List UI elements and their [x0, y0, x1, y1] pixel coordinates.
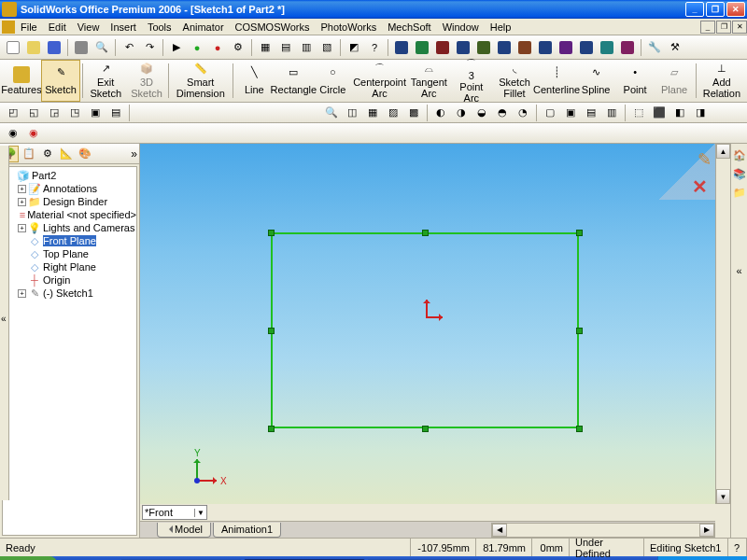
handle-mr[interactable]	[576, 328, 583, 334]
et-2[interactable]: ◉	[24, 124, 43, 143]
addin-10[interactable]	[577, 38, 596, 57]
vt-20[interactable]: ▥	[602, 104, 621, 122]
addin-3[interactable]	[433, 38, 452, 57]
mdi-restore[interactable]: ❐	[716, 21, 731, 34]
vt-6[interactable]: ▤	[106, 104, 125, 122]
handle-tr[interactable]	[576, 230, 583, 236]
vt-18[interactable]: ▣	[561, 104, 580, 122]
vt-15[interactable]: ◓	[493, 104, 512, 122]
3point-arc-button[interactable]: ⌒3 Point Arc	[451, 60, 492, 102]
undo-button[interactable]: ↶	[120, 38, 138, 57]
addin-12[interactable]	[618, 38, 637, 57]
start-button[interactable]: 🪟 Start	[0, 556, 57, 560]
menu-insert[interactable]: Insert	[105, 20, 142, 35]
et-1[interactable]: ◉	[4, 124, 22, 143]
vt-1[interactable]: ◰	[4, 104, 22, 122]
tree-origin[interactable]: ┼Origin	[3, 273, 136, 287]
expand-panel-button[interactable]: »	[131, 147, 137, 161]
addin-6[interactable]	[495, 38, 514, 57]
select-button[interactable]: ▶	[167, 38, 186, 57]
tb-tool-1[interactable]: ▦	[256, 38, 275, 57]
addin-7[interactable]	[515, 38, 534, 57]
save-button[interactable]	[45, 38, 63, 57]
config-tab[interactable]: ⚙	[39, 146, 56, 162]
minimize-button[interactable]: _	[685, 2, 704, 17]
sketch-rectangle[interactable]	[271, 232, 579, 428]
tree-material[interactable]: ≡Material <not specified>	[3, 208, 136, 221]
vt-8[interactable]: ◫	[343, 104, 361, 122]
menu-file[interactable]: File	[15, 20, 43, 35]
left-collapse-bar[interactable]: «	[0, 146, 9, 500]
status-help-icon[interactable]: ?	[728, 539, 747, 556]
add-relation-button[interactable]: ⊥Add Relation	[698, 60, 745, 102]
addin-14[interactable]: ⚒	[666, 38, 684, 57]
addin-4[interactable]	[454, 38, 472, 57]
mdi-minimize[interactable]: _	[700, 21, 715, 34]
handle-tm[interactable]	[422, 230, 429, 236]
vt-14[interactable]: ◒	[472, 104, 491, 122]
centerpoint-arc-button[interactable]: ⌒Centerpoint Arc	[352, 60, 406, 102]
menu-help[interactable]: Help	[485, 20, 517, 35]
cancel-sketch-icon[interactable]: ✕	[692, 175, 708, 198]
centerline-button[interactable]: ┊Centerline	[537, 60, 576, 102]
print-preview-button[interactable]: 🔍	[92, 38, 111, 57]
handle-br[interactable]	[576, 426, 583, 432]
vt-12[interactable]: ◐	[431, 104, 450, 122]
taskpane-resources[interactable]: 🏠	[732, 147, 747, 162]
horizontal-scrollbar[interactable]: ◀ ▶	[491, 523, 715, 538]
menu-mechsoft[interactable]: MechSoft	[382, 20, 436, 35]
vt-23[interactable]: ◧	[670, 104, 689, 122]
spline-button[interactable]: ∿Spline	[576, 60, 615, 102]
menu-window[interactable]: Window	[437, 20, 485, 35]
close-button[interactable]: ✕	[726, 2, 745, 17]
addin-13[interactable]: 🔧	[645, 38, 664, 57]
menu-edit[interactable]: Edit	[43, 20, 72, 35]
tree-top-plane[interactable]: ◇Top Plane	[3, 247, 136, 260]
menu-animator[interactable]: Animator	[177, 20, 230, 35]
vt-19[interactable]: ▤	[582, 104, 600, 122]
sketch-fillet-button[interactable]: ◟Sketch Fillet	[492, 60, 537, 102]
vt-24[interactable]: ◨	[691, 104, 710, 122]
graphics-area[interactable]: ✎ ✕ Y X	[140, 144, 715, 504]
tb-tool-5[interactable]: ◩	[345, 38, 363, 57]
addin-2[interactable]	[413, 38, 431, 57]
addin-5[interactable]	[474, 38, 493, 57]
tree-root[interactable]: 🧊Part2	[3, 169, 136, 182]
addin-1[interactable]	[392, 38, 411, 57]
plane-button[interactable]: ▱Plane	[655, 60, 694, 102]
vt-13[interactable]: ◑	[452, 104, 471, 122]
print-button[interactable]	[72, 38, 91, 57]
menu-cosmosworks[interactable]: COSMOSWorks	[230, 20, 316, 35]
redo-button[interactable]: ↷	[140, 38, 159, 57]
open-button[interactable]	[24, 38, 43, 57]
vt-10[interactable]: ▨	[384, 104, 402, 122]
3d-sketch-button[interactable]: 📦3D Sketch	[127, 60, 166, 102]
vertical-scrollbar[interactable]: ▲ ▼	[715, 144, 730, 504]
vt-11[interactable]: ▩	[404, 104, 423, 122]
vt-17[interactable]: ▢	[541, 104, 559, 122]
rebuild-all-button[interactable]: ●	[208, 38, 227, 57]
feature-tree[interactable]: 🧊Part2 +📝Annotations +📁Design Binder ≡Ma…	[2, 166, 137, 536]
vt-4[interactable]: ◳	[65, 104, 84, 122]
handle-tl[interactable]	[268, 230, 275, 236]
maximize-button[interactable]: ❐	[706, 2, 725, 17]
scroll-down-button[interactable]: ▼	[716, 489, 730, 504]
tree-design-binder[interactable]: +📁Design Binder	[3, 195, 136, 208]
scroll-up-button[interactable]: ▲	[716, 144, 730, 159]
taskpane-design-lib[interactable]: 📚	[732, 166, 747, 181]
scroll-right-button[interactable]: ▶	[699, 524, 714, 537]
tree-front-plane[interactable]: ◇Front Plane	[3, 234, 136, 247]
mdi-close[interactable]: ✕	[732, 21, 747, 34]
animation-tab[interactable]: Animation1	[213, 523, 281, 538]
menu-photoworks[interactable]: PhotoWorks	[315, 20, 382, 35]
point-button[interactable]: •Point	[615, 60, 655, 102]
help-button[interactable]: ?	[365, 38, 384, 57]
handle-ml[interactable]	[268, 328, 275, 334]
menu-view[interactable]: View	[72, 20, 106, 35]
vt-21[interactable]: ⬚	[629, 104, 648, 122]
scroll-left-button[interactable]: ◀	[492, 524, 507, 537]
smart-dimension-button[interactable]: 📏Smart Dimension	[171, 60, 231, 102]
property-tab[interactable]: 📋	[21, 146, 37, 162]
vt-2[interactable]: ◱	[24, 104, 43, 122]
options-button[interactable]: ⚙	[229, 38, 247, 57]
